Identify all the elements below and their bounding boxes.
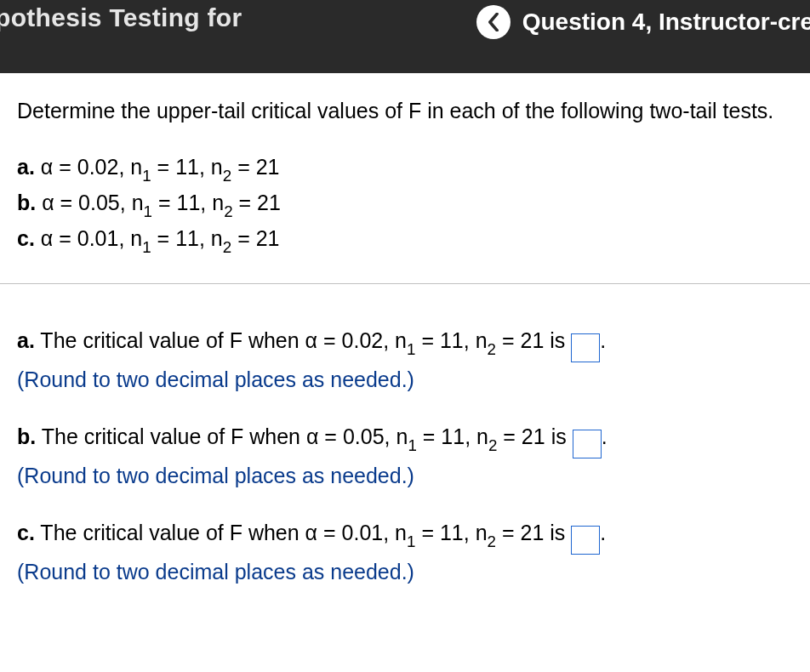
answer-part-c: c. The critical value of F when α = 0.01… [17, 517, 793, 588]
rounding-hint: (Round to two decimal places as needed.) [17, 460, 793, 493]
answer-lead: The critical value of F when [42, 424, 300, 448]
rounding-hint: (Round to two decimal places as needed.) [17, 556, 793, 589]
n2-value: 21 [256, 155, 280, 179]
n1-value: 11 [175, 226, 199, 250]
alpha-value: 0.05 [78, 191, 120, 214]
alpha-value: 0.01 [342, 521, 384, 544]
part-label: a. [17, 328, 35, 352]
is-word: is [550, 521, 565, 544]
n2-value: 21 [522, 424, 545, 448]
period: . [600, 328, 606, 352]
period: . [600, 521, 606, 544]
n1-value: 11 [440, 521, 464, 544]
alpha-value: 0.02 [77, 155, 119, 179]
rounding-hint: (Round to two decimal places as needed.) [17, 364, 793, 396]
part-label: c. [17, 521, 35, 544]
n1-value: 11 [441, 424, 465, 448]
answer-lead: The critical value of F when [40, 328, 299, 352]
answer-input-c[interactable] [571, 526, 600, 555]
n2-value: 21 [257, 191, 281, 214]
part-label: b. [17, 191, 36, 214]
n1-value: 11 [177, 191, 201, 214]
question-label: Question 4, Instructor-cre [522, 9, 810, 36]
alpha-value: 0.01 [77, 226, 119, 250]
answer-input-b[interactable] [573, 430, 602, 458]
question-nav: Question 4, Instructor-cre [476, 5, 810, 39]
is-word: is [551, 424, 567, 448]
answer-part-b: b. The critical value of F when α = 0.05… [17, 421, 793, 492]
given-part-a: a. α = 0.02, n1 = 11, n2 = 21 [17, 151, 793, 186]
question-content: Determine the upper-tail critical values… [0, 73, 810, 630]
alpha-value: 0.02 [342, 328, 384, 352]
answer-input-a[interactable] [571, 333, 600, 362]
prev-question-button[interactable] [476, 5, 511, 39]
assignment-title: pothesis Testing for [0, 3, 242, 32]
n1-value: 11 [440, 328, 464, 352]
question-prompt: Determine the upper-tail critical values… [17, 99, 793, 123]
part-label: c. [17, 226, 35, 250]
n2-value: 21 [521, 521, 545, 544]
alpha-value: 0.05 [343, 424, 385, 448]
divider [0, 283, 810, 284]
given-part-c: c. α = 0.01, n1 = 11, n2 = 21 [17, 222, 793, 258]
part-label: a. [17, 155, 35, 179]
part-label: b. [17, 424, 36, 448]
n2-value: 21 [256, 226, 280, 250]
given-part-b: b. α = 0.05, n1 = 11, n2 = 21 [17, 186, 793, 222]
answer-lead: The critical value of F when [40, 521, 299, 544]
n2-value: 21 [521, 328, 545, 352]
given-parts: a. α = 0.02, n1 = 11, n2 = 21 b. α = 0.0… [17, 151, 793, 258]
period: . [602, 424, 608, 448]
answer-part-a: a. The critical value of F when α = 0.02… [17, 325, 793, 396]
page-header: pothesis Testing for Question 4, Instruc… [0, 0, 810, 73]
chevron-left-icon [488, 13, 499, 31]
n1-value: 11 [175, 155, 199, 179]
is-word: is [550, 328, 565, 352]
